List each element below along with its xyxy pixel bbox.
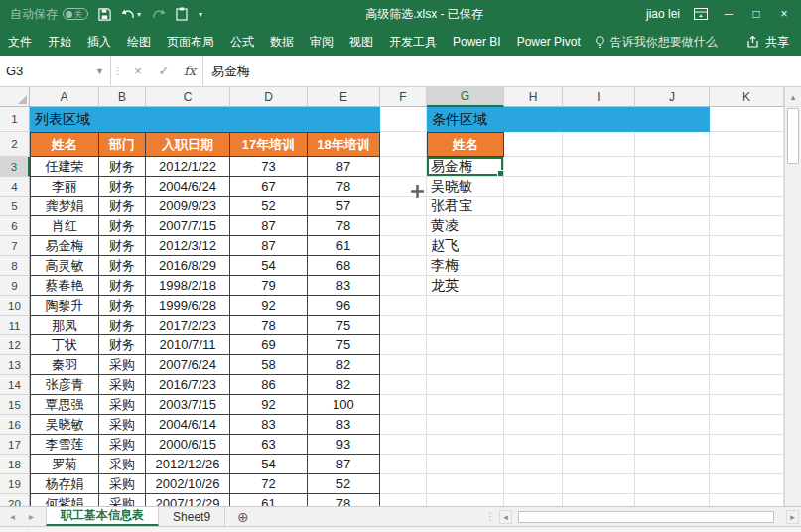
cell-H7[interactable] <box>504 236 563 256</box>
cell-K6[interactable] <box>710 216 784 236</box>
scroll-up-arrow[interactable]: ▴ <box>785 87 801 107</box>
cell-A13[interactable]: 秦羽 <box>30 355 99 375</box>
row-header-3[interactable]: 3 <box>0 157 30 177</box>
cell-I10[interactable] <box>563 296 635 316</box>
cell-C9[interactable]: 1998/2/18 <box>146 276 230 296</box>
column-header-I[interactable]: I <box>563 87 635 107</box>
minimize-button[interactable]: ─ <box>722 7 735 21</box>
cell-E18[interactable]: 87 <box>308 455 380 474</box>
column-header-K[interactable]: K <box>710 87 784 107</box>
cell-J20[interactable] <box>635 494 710 506</box>
cell-A2[interactable]: 姓名 <box>30 132 99 157</box>
cell-J12[interactable] <box>635 335 710 355</box>
cell-A17[interactable]: 李雪莲 <box>30 435 99 455</box>
cell-E4[interactable]: 78 <box>308 177 380 197</box>
cell-J14[interactable] <box>635 375 710 395</box>
cell-A4[interactable]: 李丽 <box>30 177 99 197</box>
cell-H5[interactable] <box>504 197 563 216</box>
horizontal-scrollbar[interactable]: ⋮ ◂ ▸ <box>485 507 801 526</box>
cell-J2[interactable] <box>635 132 710 157</box>
cell-H16[interactable] <box>504 415 563 435</box>
row-header-17[interactable]: 17 <box>0 435 30 455</box>
row-header-16[interactable]: 16 <box>0 415 30 435</box>
cell-C8[interactable]: 2016/8/29 <box>146 256 230 276</box>
row-header-5[interactable]: 5 <box>0 197 30 216</box>
cell-H10[interactable] <box>504 296 563 316</box>
cell-H20[interactable] <box>504 494 563 506</box>
cell-J4[interactable] <box>635 177 710 197</box>
cell-J6[interactable] <box>635 216 710 236</box>
cell-E16[interactable]: 83 <box>308 415 380 435</box>
ribbon-tab-10[interactable]: 开发工具 <box>381 28 445 56</box>
ribbon-tab-6[interactable]: 公式 <box>222 28 262 56</box>
cell-I2[interactable] <box>563 132 635 157</box>
cell-G4[interactable]: 吴晓敏 <box>427 177 504 197</box>
cell-B2[interactable]: 部门 <box>99 132 146 157</box>
cell-J19[interactable] <box>635 474 710 494</box>
cell-F10[interactable] <box>380 296 427 316</box>
cell-I14[interactable] <box>563 375 635 395</box>
cell-D17[interactable]: 63 <box>230 435 308 455</box>
cell-D15[interactable]: 92 <box>230 395 308 415</box>
cell-B7[interactable]: 财务 <box>99 236 146 256</box>
cell-F1[interactable] <box>380 107 427 132</box>
cell-E5[interactable]: 57 <box>308 197 380 216</box>
ribbon-tab-5[interactable]: 页面布局 <box>159 28 222 56</box>
cell-B15[interactable]: 采购 <box>99 395 146 415</box>
cell-I4[interactable] <box>563 177 635 197</box>
cell-A5[interactable]: 龚梦娟 <box>30 197 99 216</box>
cell-E15[interactable]: 100 <box>308 395 380 415</box>
cell-A18[interactable]: 罗菊 <box>30 455 99 474</box>
ribbon-tab-8[interactable]: 审阅 <box>302 28 341 56</box>
cell-E7[interactable]: 61 <box>308 236 380 256</box>
maximize-button[interactable]: □ <box>749 7 763 21</box>
ribbon-tab-3[interactable]: 插入 <box>79 28 119 56</box>
cell-B8[interactable]: 财务 <box>99 256 146 276</box>
column-header-D[interactable]: D <box>230 87 308 107</box>
cell-G17[interactable] <box>427 435 504 455</box>
sheet-tab-1[interactable]: 职工基本信息表 <box>46 507 159 526</box>
qat-customize-caret[interactable]: ▾ <box>199 10 202 19</box>
row-header-18[interactable]: 18 <box>0 455 30 474</box>
cell-E6[interactable]: 78 <box>308 216 380 236</box>
cell-A12[interactable]: 丁状 <box>30 335 99 355</box>
cell-G8[interactable]: 李梅 <box>427 256 504 276</box>
cell-K13[interactable] <box>710 355 784 375</box>
row-header-4[interactable]: 4 <box>0 177 30 197</box>
cell-B12[interactable]: 财务 <box>99 335 146 355</box>
column-header-G[interactable]: G <box>427 87 504 107</box>
cell-E2[interactable]: 18年培训 <box>308 132 380 157</box>
cell-A15[interactable]: 覃思强 <box>30 395 99 415</box>
scroll-left-arrow[interactable]: ◂ <box>499 510 512 524</box>
cell-D13[interactable]: 58 <box>230 355 308 375</box>
cell-C13[interactable]: 2007/6/24 <box>146 355 230 375</box>
row-header-12[interactable]: 12 <box>0 335 30 355</box>
cell-F12[interactable] <box>380 335 427 355</box>
cell-G19[interactable] <box>427 474 504 494</box>
cell-E13[interactable]: 82 <box>308 355 380 375</box>
cell-A19[interactable]: 杨存娟 <box>30 474 99 494</box>
new-sheet-button[interactable]: ⊕ <box>225 507 261 526</box>
cell-I8[interactable] <box>563 256 635 276</box>
cell-G13[interactable] <box>427 355 504 375</box>
cell-D20[interactable]: 61 <box>230 494 308 506</box>
cell-C7[interactable]: 2012/3/12 <box>146 236 230 256</box>
cell-F9[interactable] <box>380 276 427 296</box>
cell-F6[interactable] <box>380 216 427 236</box>
cell-D7[interactable]: 87 <box>230 236 308 256</box>
cell-E19[interactable]: 52 <box>308 474 380 494</box>
cell-F3[interactable] <box>380 157 427 177</box>
cell-D5[interactable]: 52 <box>230 197 308 216</box>
column-header-A[interactable]: A <box>30 87 99 107</box>
cell-G2[interactable]: 姓名 <box>427 132 504 157</box>
cell-C16[interactable]: 2004/6/14 <box>146 415 230 435</box>
sheet-tab-2[interactable]: Sheet9 <box>159 507 225 526</box>
cell-I15[interactable] <box>563 395 635 415</box>
cell-A16[interactable]: 吴晓敏 <box>30 415 99 435</box>
cell-I6[interactable] <box>563 216 635 236</box>
cell-B19[interactable]: 采购 <box>99 474 146 494</box>
cell-J15[interactable] <box>635 395 710 415</box>
cell-E14[interactable]: 82 <box>308 375 380 395</box>
vertical-scroll-thumb[interactable] <box>787 108 799 164</box>
cell-D16[interactable]: 83 <box>230 415 308 435</box>
